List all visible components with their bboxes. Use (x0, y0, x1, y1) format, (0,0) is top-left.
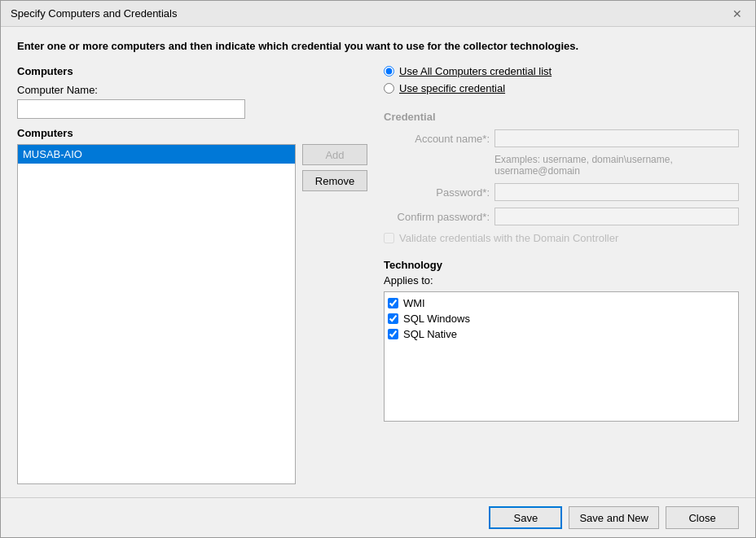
sql-windows-label: SQL Windows (403, 313, 470, 325)
dialog: Specify Computers and Credentials ✕ Ente… (0, 0, 756, 538)
computers-list-label: Computers (17, 127, 367, 139)
technology-list: WMI SQL Windows SQL Native (384, 291, 739, 422)
save-button[interactable]: Save (489, 506, 562, 529)
footer: Save Save and New Close (1, 497, 755, 537)
wmi-checkbox[interactable] (388, 298, 398, 308)
tech-item-wmi: WMI (388, 295, 735, 311)
computers-area: MUSAB-AIO Add Remove (17, 144, 367, 484)
left-panel: Computers Computer Name: Computers MUSAB… (17, 65, 367, 484)
use-specific-radio[interactable] (384, 83, 394, 94)
computer-name-input[interactable] (17, 99, 245, 119)
technology-title: Technology (384, 259, 739, 271)
add-button[interactable]: Add (302, 144, 367, 165)
examples-text: Examples: username, domain\username, use… (494, 154, 739, 177)
confirm-password-label: Confirm password*: (384, 211, 490, 223)
credential-title: Credential (384, 111, 739, 123)
account-row: Account name*: (384, 129, 739, 147)
use-specific-label: Use specific credential (399, 82, 505, 94)
tech-item-sql-native: SQL Native (388, 326, 735, 342)
password-row: Password*: (384, 183, 739, 201)
applies-to-label: Applies to: (384, 274, 739, 286)
password-input[interactable] (494, 183, 739, 201)
use-all-radio[interactable] (384, 66, 394, 77)
wmi-label: WMI (403, 297, 425, 309)
sql-native-checkbox[interactable] (388, 329, 398, 339)
remove-button[interactable]: Remove (302, 170, 367, 191)
close-button[interactable]: Close (666, 506, 739, 529)
computers-list: MUSAB-AIO (17, 144, 296, 484)
list-item[interactable]: MUSAB-AIO (18, 145, 295, 164)
radio-group: Use All Computers credential list Use sp… (384, 65, 739, 99)
use-specific-row: Use specific credential (384, 82, 739, 94)
computers-section-title: Computers (17, 65, 367, 77)
sql-windows-checkbox[interactable] (388, 313, 398, 324)
confirm-password-row: Confirm password*: (384, 208, 739, 225)
save-and-new-button[interactable]: Save and New (569, 506, 659, 529)
validate-label: Validate credentials with the Domain Con… (399, 232, 618, 244)
validate-checkbox[interactable] (384, 233, 394, 243)
use-all-label: Use All Computers credential list (399, 65, 552, 77)
confirm-password-input[interactable] (494, 208, 739, 225)
validate-row: Validate credentials with the Domain Con… (384, 232, 739, 244)
sql-native-label: SQL Native (403, 328, 457, 340)
account-label: Account name*: (384, 133, 490, 145)
right-panel: Use All Computers credential list Use sp… (384, 65, 739, 484)
account-input[interactable] (494, 129, 739, 147)
dialog-body: Enter one or more computers and then ind… (1, 27, 755, 497)
credential-box: Credential Account name*: Examples: user… (384, 111, 739, 244)
instruction-text: Enter one or more computers and then ind… (17, 40, 739, 52)
computer-name-label: Computer Name: (17, 84, 367, 96)
use-all-row: Use All Computers credential list (384, 65, 739, 77)
list-buttons: Add Remove (302, 144, 367, 484)
title-close-button[interactable]: ✕ (729, 6, 745, 22)
title-bar: Specify Computers and Credentials ✕ (1, 1, 755, 27)
tech-item-sql-windows: SQL Windows (388, 311, 735, 326)
main-content: Computers Computer Name: Computers MUSAB… (17, 65, 739, 484)
dialog-title: Specify Computers and Credentials (11, 7, 178, 20)
technology-box: Technology Applies to: WMI SQL Windows (384, 259, 739, 422)
password-label: Password*: (384, 186, 490, 199)
